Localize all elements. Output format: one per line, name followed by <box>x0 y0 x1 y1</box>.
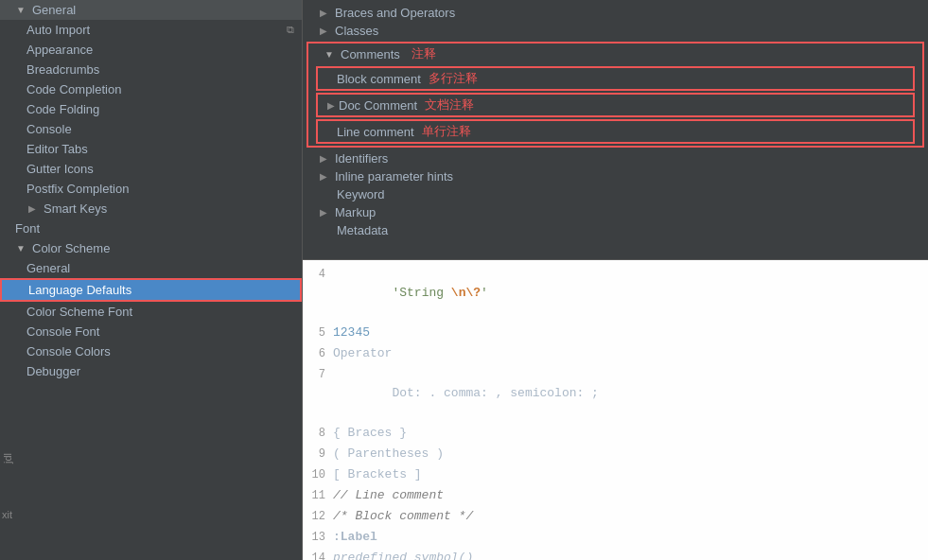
tree-label-comments: Comments <box>341 47 400 61</box>
tree-label-classes: Classes <box>335 24 378 38</box>
sidebar-label-code-folding: Code Folding <box>26 102 99 116</box>
sidebar-item-code-completion[interactable]: Code Completion <box>0 79 302 99</box>
sidebar-item-postfix-completion[interactable]: Postfix Completion <box>0 179 302 199</box>
tree-item-metadata[interactable]: Metadata <box>303 221 928 239</box>
copy-icon: ⧉ <box>287 24 294 36</box>
sidebar-label-color-scheme-font: Color Scheme Font <box>26 305 132 319</box>
sidebar-item-color-scheme-font[interactable]: Color Scheme Font <box>0 302 302 322</box>
sidebar-item-breadcrumbs[interactable]: Breadcrumbs <box>0 60 302 79</box>
sidebar-label-font: Font <box>15 221 40 236</box>
code-comma-label: comma: <box>436 386 495 400</box>
code-line-14: 14 predefined_symbol() <box>303 548 928 560</box>
expand-arrow-color-scheme: ▼ <box>15 243 26 254</box>
annotation-block-comment: 多行注释 <box>429 70 478 87</box>
code-dot-label: Dot: <box>392 386 429 400</box>
sidebar-item-font[interactable]: Font <box>0 219 302 238</box>
tree-item-keyword[interactable]: Keyword <box>303 185 928 203</box>
code-text-6: Operator <box>333 344 928 363</box>
tree-item-identifiers[interactable]: ▶ Identifiers <box>303 149 928 167</box>
line-number-8: 8 <box>303 424 333 443</box>
code-text-10: [ Brackets ] <box>333 465 928 484</box>
tree-label-keyword: Keyword <box>337 187 385 201</box>
sidebar-item-auto-import[interactable]: Auto Import ⧉ <box>0 20 302 40</box>
line-number-13: 13 <box>303 528 333 547</box>
tree-item-classes[interactable]: ▶ Classes <box>303 22 928 40</box>
sidebar-label-console: Console <box>26 122 72 136</box>
sidebar-label-breadcrumbs: Breadcrumbs <box>26 62 99 77</box>
code-string-4b: ' <box>481 286 488 300</box>
code-line-4: 4 'String \n\?' <box>303 264 928 323</box>
sidebar-label-editor-tabs: Editor Tabs <box>26 142 88 156</box>
tree-item-comments[interactable]: ▼ Comments 注释 <box>308 44 922 64</box>
sidebar-label-general: General <box>32 3 76 17</box>
code-text-13: :Label <box>333 528 928 547</box>
code-text-4: 'String \n\?' <box>333 265 928 322</box>
line-number-10: 10 <box>303 465 333 484</box>
code-string-4: 'String <box>392 286 450 300</box>
sidebar-item-language-defaults[interactable]: Language Defaults <box>0 278 302 302</box>
sidebar-label-color-scheme: Color Scheme <box>32 241 110 255</box>
code-line-7: 7 Dot: . comma: , semicolon: ; <box>303 364 928 423</box>
tree-label-line-comment[interactable]: Line comment <box>337 125 414 139</box>
tree-label-block-comment[interactable]: Block comment <box>337 72 421 86</box>
tree-label-metadata: Metadata <box>337 223 388 237</box>
sidebar-item-appearance[interactable]: Appearance <box>0 40 302 60</box>
line-number-7: 7 <box>303 365 333 384</box>
sidebar-item-color-scheme[interactable]: ▼ Color Scheme <box>0 238 302 258</box>
code-text-5: 12345 <box>333 324 928 342</box>
sidebar-item-cs-general[interactable]: General <box>0 258 302 278</box>
line-number-5: 5 <box>303 324 333 342</box>
sidebar-item-console-colors[interactable]: Console Colors <box>0 341 302 361</box>
sidebar-item-console-font[interactable]: Console Font <box>0 322 302 341</box>
sidebar-label-appearance: Appearance <box>26 43 93 57</box>
code-text-12: /* Block comment */ <box>333 507 928 526</box>
expand-arrow-classes: ▶ <box>318 26 329 36</box>
expand-arrow-comments: ▼ <box>324 49 335 60</box>
sidebar-item-smart-keys[interactable]: ▶ Smart Keys <box>0 199 302 219</box>
color-scheme-tree: ▶ Braces and Operators ▶ Classes ▼ Comme… <box>303 0 928 260</box>
code-escape-4a: \n <box>451 286 466 300</box>
sidebar-label-code-completion: Code Completion <box>26 82 121 96</box>
tree-item-inline-hints[interactable]: ▶ Inline parameter hints <box>303 167 928 185</box>
annotation-doc-comment: 文档注释 <box>425 96 474 114</box>
sidebar-item-editor-tabs[interactable]: Editor Tabs <box>0 139 302 159</box>
sidebar-label-smart-keys: Smart Keys <box>44 201 107 216</box>
sidebar-item-console[interactable]: Console <box>0 119 302 139</box>
code-line-12: 12 /* Block comment */ <box>303 506 928 527</box>
tree-label-identifiers: Identifiers <box>335 151 388 166</box>
code-line-5: 5 12345 <box>303 323 928 343</box>
tree-item-markup[interactable]: ▶ Markup <box>303 203 928 221</box>
line-number-6: 6 <box>303 344 333 363</box>
left-edge-jdl: jdl <box>0 451 15 465</box>
sidebar-label-language-defaults: Language Defaults <box>28 283 131 297</box>
tree-label-doc-comment[interactable]: Doc Comment <box>339 98 417 113</box>
sidebar-label-cs-general: General <box>26 261 70 275</box>
sidebar-label-auto-import: Auto Import <box>26 23 90 37</box>
sidebar-label-console-font: Console Font <box>26 324 99 339</box>
tree-label-markup: Markup <box>335 205 376 219</box>
code-text-14: predefined_symbol() <box>333 549 928 560</box>
code-text-8: { Braces } <box>333 424 928 443</box>
expand-arrow-doc: ▶ <box>325 100 337 111</box>
code-line-8: 8 { Braces } <box>303 423 928 444</box>
expand-arrow-smart-keys: ▶ <box>26 203 38 214</box>
tree-item-braces-operators[interactable]: ▶ Braces and Operators <box>303 4 928 22</box>
expand-arrow-identifiers: ▶ <box>318 153 329 164</box>
sidebar-label-gutter-icons: Gutter Icons <box>26 162 94 176</box>
line-number-9: 9 <box>303 445 333 464</box>
sidebar-item-general[interactable]: ▼ General <box>0 0 302 20</box>
sidebar-item-code-folding[interactable]: Code Folding <box>0 99 302 119</box>
code-line-6: 6 Operator <box>303 343 928 364</box>
expand-arrow-markup: ▶ <box>318 207 329 218</box>
line-number-12: 12 <box>303 507 333 526</box>
expand-arrow-general: ▼ <box>15 5 26 15</box>
annotation-line-comment: 单行注释 <box>422 123 471 140</box>
sidebar-item-debugger[interactable]: Debugger <box>0 361 302 381</box>
settings-sidebar: jdl ▼ General Auto Import ⧉ Appearance B… <box>0 0 303 560</box>
expand-arrow-braces: ▶ <box>318 8 329 18</box>
tree-label-inline-hints: Inline parameter hints <box>335 169 453 184</box>
code-line-9: 9 ( Parentheses ) <box>303 444 928 464</box>
sidebar-item-gutter-icons[interactable]: Gutter Icons <box>0 159 302 179</box>
code-escape-4b: \? <box>465 286 481 300</box>
line-number-4: 4 <box>303 265 333 284</box>
